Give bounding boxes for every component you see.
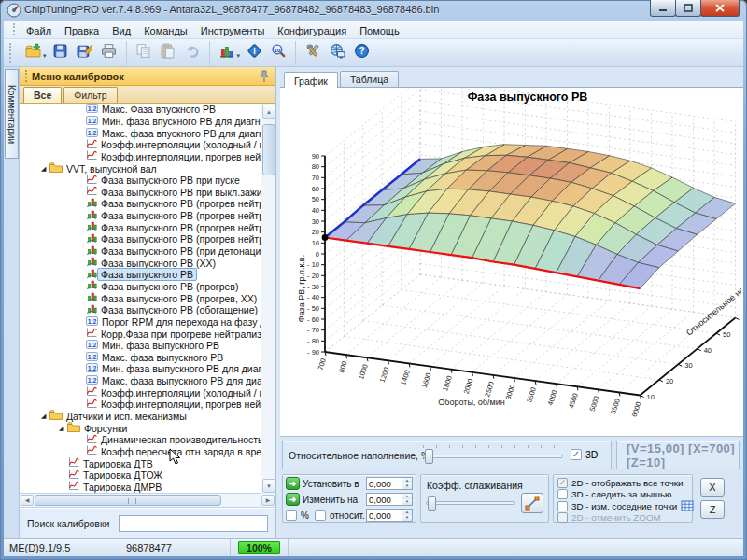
tree-item[interactable]: 1.2Мин. фаза выпускного РВ	[20, 340, 275, 352]
tree-item[interactable]: 1.2Макс. фаза выпускного РВ для диагност…	[20, 375, 275, 387]
option-checkbox[interactable]	[557, 489, 568, 499]
relative-value-spinner[interactable]: 0,000▲▼	[366, 509, 413, 522]
tree-item[interactable]: Фаза выпускного РВ	[20, 269, 275, 281]
tree-item[interactable]: Фаза выпускного РВ при выкл.зажигания	[20, 186, 275, 198]
percent-checkbox[interactable]	[286, 510, 297, 521]
calibration-search-input[interactable]	[119, 515, 268, 532]
menu-item-6[interactable]: Конфигурация	[271, 23, 353, 38]
tree-item[interactable]: Коэфф.интерполяции (холодный / горячий )	[20, 139, 275, 151]
z-axis-button[interactable]: Z	[700, 500, 725, 519]
tree-item[interactable]: Корр.Фаза при прогреве нейтрализатора	[20, 328, 275, 340]
tree-item-folder[interactable]: ◢VVT, выпускной вал	[20, 162, 275, 175]
tree-item[interactable]: 1.2Макс. Фаза впускного РВ	[20, 104, 275, 116]
x-axis-button[interactable]: X	[700, 478, 725, 497]
tree-item[interactable]: Коэфф.интерполяции (холодный / горячий )	[20, 386, 275, 399]
tree-item[interactable]: Фаза выпускного РВ (прогрев нейтрал., ХХ…	[20, 221, 275, 233]
menu-item-1[interactable]: Файл	[20, 23, 58, 38]
expand-icon[interactable]: ◢	[41, 165, 49, 173]
scroll-left-icon[interactable]: ◀	[21, 495, 34, 506]
smoothing-slider[interactable]	[426, 496, 515, 511]
tree-vertical-scrollbar[interactable]: ▲ ▼	[261, 104, 275, 494]
chart-button-dropdown-icon[interactable]: ▾	[237, 52, 241, 60]
tree-item[interactable]: Фаза выпускного РВ (прогрев, ХХ)	[20, 292, 275, 304]
tree-item[interactable]: Коэфф.интерполяции, прогрев нейтр. (холо…	[20, 151, 275, 163]
minimize-button[interactable]	[650, 0, 676, 17]
print-button[interactable]	[97, 42, 121, 64]
tree-item[interactable]: 1.2Порог RPM для перехода на фазу для ре…	[20, 316, 275, 329]
option-checkbox[interactable]	[557, 512, 568, 523]
tools-button[interactable]	[301, 42, 325, 64]
copy-button[interactable]	[132, 42, 156, 64]
menu-item-4[interactable]: Команды	[137, 23, 194, 38]
view-tab-table[interactable]: Таблица	[340, 71, 399, 87]
hscroll-thumb[interactable]	[35, 495, 221, 506]
tree-item[interactable]: Фаза выпускного РВ при пуске	[20, 175, 275, 187]
tree-item[interactable]: 1.2Макс. фаза выпускного РВ	[20, 351, 275, 363]
zoom-button[interactable]: 10	[266, 42, 290, 64]
fill-slider[interactable]	[423, 449, 563, 464]
menu-item-5[interactable]: Инструменты	[194, 23, 272, 38]
option-checkbox[interactable]	[557, 501, 568, 511]
tree-item[interactable]: Тарировка ДТВ	[20, 457, 275, 469]
option-checkbox[interactable]: ✓	[557, 478, 568, 488]
tree-item[interactable]: Динамическая производительность	[20, 434, 275, 446]
set-value-spinner[interactable]: 0,000▲▼	[366, 477, 413, 490]
open-button-dropdown-icon[interactable]: ▾	[43, 52, 47, 60]
open-button[interactable]	[21, 42, 45, 64]
tree-item[interactable]: Тарировка ДМРВ	[20, 482, 275, 494]
tree-item-folder[interactable]: ◢Датчики и исп. механизмы	[20, 411, 275, 423]
tree-item[interactable]: 1.2Мин. фаза впускного РВ для диагностик…	[20, 116, 275, 128]
relative-checkbox[interactable]	[315, 510, 326, 521]
tree-horizontal-scrollbar[interactable]: ◀ ▶	[20, 494, 275, 508]
expand-icon[interactable]: ◢	[41, 413, 49, 420]
scroll-up-icon[interactable]: ▲	[262, 105, 275, 119]
surface-chart[interactable]: - 90- 80- 70- 60- 50- 40- 30- 20- 100102…	[280, 88, 741, 437]
fill-slider-thumb[interactable]	[425, 449, 433, 464]
filter-tab-все[interactable]: Все	[23, 87, 62, 103]
web-button[interactable]	[325, 42, 349, 64]
help-button[interactable]: ?	[349, 42, 374, 64]
tree-item-folder[interactable]: ◢Форсунки	[20, 422, 275, 434]
apply-set-button[interactable]: ➜	[286, 477, 300, 490]
save-button[interactable]	[49, 42, 73, 64]
tree-item[interactable]: 1.2Мин. фаза выпускного РВ для диагности…	[20, 363, 275, 375]
menu-item-7[interactable]: Помощь	[353, 23, 406, 38]
panel-title: Меню калибровок	[32, 71, 259, 82]
tree-item[interactable]: Фаза выпускного РВ (прогрев нейтрал., ХХ…	[20, 233, 275, 245]
menu-item-2[interactable]: Правка	[58, 23, 106, 38]
scroll-thumb[interactable]	[262, 124, 275, 175]
interpolate-button[interactable]	[521, 493, 543, 513]
grid-icon[interactable]	[681, 500, 694, 511]
tree-item[interactable]: Фаза выпускного РВ (прогрев)	[20, 281, 275, 293]
close-button[interactable]	[700, 0, 740, 17]
tree-item[interactable]: Фаза выпускного РВ (прогрев нейтрал., хо…	[20, 210, 275, 222]
tree-item[interactable]: Коэфф.пересчета отн.заряда в время впрыс…	[20, 446, 275, 458]
chart-button[interactable]	[215, 42, 239, 64]
pin-icon[interactable]	[259, 70, 270, 83]
info-button[interactable]: i	[242, 42, 266, 64]
title-bar[interactable]: ChipTuningPRO ver.7.4.8.969 - Antara32L_…	[0, 0, 747, 21]
tab-comments[interactable]: Комментарии	[5, 69, 19, 159]
maximize-button[interactable]	[675, 0, 701, 17]
apply-change-button[interactable]: ➜	[286, 493, 300, 506]
tree-item[interactable]: Фаза выпускного РВ (ХХ)	[20, 257, 275, 269]
expand-icon[interactable]: ◢	[59, 425, 67, 432]
tree-item[interactable]: Фаза выпускного РВ (прогрев нейтрализато…	[20, 198, 275, 210]
scroll-down-icon[interactable]: ▼	[262, 479, 275, 493]
change-value-spinner[interactable]: 0,000▲▼	[366, 493, 413, 506]
scroll-right-icon[interactable]: ▶	[261, 495, 275, 506]
menu-item-3[interactable]: Вид	[106, 23, 137, 38]
tree-item[interactable]: 1.2Макс. фаза впускного РВ для диагности…	[20, 127, 275, 139]
3d-checkbox[interactable]: ✓	[571, 449, 582, 460]
paste-button[interactable]	[156, 42, 180, 64]
tree-item[interactable]: Тарировка ДТОЖ	[20, 469, 275, 482]
tree-item[interactable]: Фаза выпускного РВ (обогащение)	[20, 304, 275, 316]
undo-button[interactable]	[180, 42, 204, 64]
save-as-button[interactable]	[73, 42, 97, 64]
tree-item[interactable]: Коэфф.интерполяции, прогрев нейтр. (холо…	[20, 399, 275, 411]
view-tab-graph[interactable]: График	[284, 72, 338, 88]
filter-tab-фильтр[interactable]: Фильтр	[63, 87, 117, 103]
curve-icon	[68, 457, 79, 469]
smoothing-slider-thumb[interactable]	[428, 496, 436, 511]
tree-item[interactable]: Фаза выпускного РВ (при детонации)	[20, 245, 275, 258]
